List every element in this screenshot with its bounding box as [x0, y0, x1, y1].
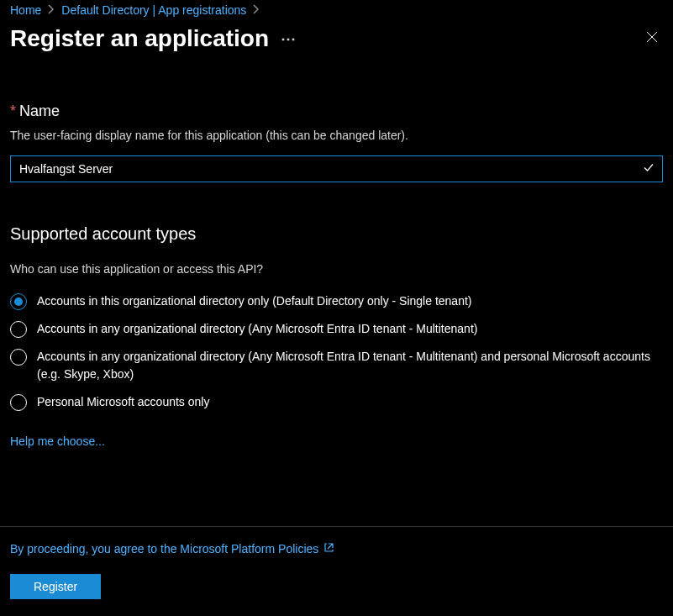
account-types-title: Supported account types — [10, 224, 663, 244]
more-actions-icon[interactable]: ⋯ — [281, 29, 297, 48]
page-header: Register an application ⋯ — [0, 17, 673, 52]
account-types-radio-group: Accounts in this organizational director… — [10, 292, 663, 411]
radio-icon — [10, 349, 27, 366]
required-indicator: * — [10, 103, 16, 119]
platform-policies-link[interactable]: By proceeding, you agree to the Microsof… — [10, 542, 318, 555]
name-input[interactable] — [10, 155, 663, 182]
name-input-wrap — [10, 155, 663, 182]
page-title: Register an application ⋯ — [10, 25, 297, 52]
form-content: *Name The user-facing display name for t… — [0, 52, 673, 448]
external-link-icon — [323, 542, 334, 555]
breadcrumb-directory[interactable]: Default Directory | App registrations — [61, 3, 246, 17]
policy-row: By proceeding, you agree to the Microsof… — [10, 542, 663, 555]
chevron-right-icon — [253, 3, 260, 17]
radio-option-single-tenant[interactable]: Accounts in this organizational director… — [10, 292, 663, 310]
footer: By proceeding, you agree to the Microsof… — [0, 526, 673, 616]
radio-label: Accounts in this organizational director… — [37, 292, 471, 310]
radio-icon — [10, 394, 27, 411]
breadcrumb: Home Default Directory | App registratio… — [0, 0, 673, 17]
radio-icon — [10, 293, 27, 310]
account-types-help: Who can use this application or access t… — [10, 262, 663, 276]
radio-icon — [10, 321, 27, 338]
chevron-right-icon — [48, 3, 55, 17]
radio-option-multitenant-personal[interactable]: Accounts in any organizational directory… — [10, 348, 663, 383]
page-title-text: Register an application — [10, 25, 269, 52]
check-icon — [643, 162, 655, 176]
help-me-choose-link[interactable]: Help me choose... — [10, 434, 105, 448]
radio-label: Accounts in any organizational directory… — [37, 320, 477, 338]
name-help-text: The user-facing display name for this ap… — [10, 129, 663, 142]
name-label: *Name — [10, 103, 663, 120]
radio-option-multitenant[interactable]: Accounts in any organizational directory… — [10, 320, 663, 338]
radio-option-personal[interactable]: Personal Microsoft accounts only — [10, 393, 663, 411]
radio-label: Accounts in any organizational directory… — [37, 348, 663, 383]
name-label-text: Name — [19, 103, 60, 119]
close-icon[interactable] — [641, 26, 663, 51]
breadcrumb-home[interactable]: Home — [10, 3, 41, 17]
register-button[interactable]: Register — [10, 574, 101, 599]
radio-label: Personal Microsoft accounts only — [37, 393, 209, 411]
